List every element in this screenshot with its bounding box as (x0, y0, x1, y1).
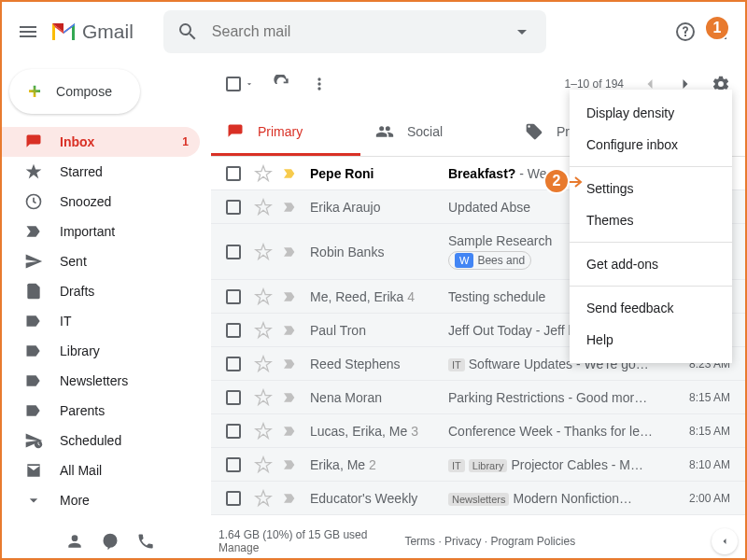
label-icon (24, 312, 43, 330)
compose-label: Compose (56, 84, 112, 99)
inbox-icon (226, 122, 245, 141)
star-icon[interactable] (254, 388, 273, 407)
checkbox[interactable] (226, 491, 241, 506)
sidebar-item-inbox[interactable]: Inbox 1 (2, 127, 200, 157)
people-icon (375, 122, 394, 141)
checkbox[interactable] (226, 390, 241, 405)
sidebar-item-allmail[interactable]: All Mail (2, 455, 200, 485)
email-row[interactable]: Educator's WeeklyNewslettersModern Nonfi… (211, 482, 745, 515)
sent-icon (24, 252, 43, 271)
sidebar-item-scheduled[interactable]: Scheduled (2, 426, 200, 455)
checkbox[interactable] (226, 245, 241, 259)
checkbox-icon (226, 77, 241, 91)
star-icon[interactable] (254, 198, 273, 217)
sidebar-item-more[interactable]: More (2, 485, 200, 515)
settings-menu: Display density Configure inbox Settings… (570, 90, 732, 363)
checkbox[interactable] (226, 200, 241, 215)
checkbox[interactable] (226, 166, 241, 181)
search-icon (176, 21, 199, 43)
menu-display-density[interactable]: Display density (570, 97, 732, 129)
callout-1: 1 (704, 15, 730, 41)
storage-text: 1.64 GB (10%) of 15 GB used (218, 528, 367, 541)
email-row[interactable]: Erika, Me 2ITLibraryProjector Cables - M… (211, 448, 745, 482)
header: Gmail (2, 2, 745, 62)
star-icon[interactable] (254, 422, 273, 441)
menu-themes[interactable]: Themes (570, 204, 732, 236)
sidebar-item-important[interactable]: Important (2, 217, 200, 246)
scheduled-icon (24, 431, 43, 450)
sidebar: + Compose Inbox 1 Starred Snoozed Import… (2, 62, 211, 515)
divider (570, 166, 732, 167)
help-icon[interactable] (674, 21, 697, 43)
search-options-icon[interactable] (511, 21, 533, 43)
important-icon[interactable] (282, 491, 297, 506)
mail-icon (24, 461, 43, 480)
star-icon[interactable] (254, 164, 273, 183)
collapse-button[interactable] (712, 528, 738, 554)
sidebar-item-starred[interactable]: Starred (2, 157, 200, 187)
search-input[interactable] (212, 23, 511, 40)
label-icon (24, 371, 43, 390)
important-icon[interactable] (282, 289, 297, 304)
person-icon[interactable] (65, 532, 84, 551)
compose-button[interactable]: + Compose (9, 69, 140, 114)
star-icon[interactable] (254, 287, 273, 306)
sidebar-item-newsletters[interactable]: Newsletters (2, 366, 200, 396)
checkbox[interactable] (226, 357, 241, 371)
star-icon[interactable] (254, 455, 273, 474)
menu-send-feedback[interactable]: Send feedback (570, 292, 732, 324)
menu-get-addons[interactable]: Get add-ons (570, 248, 732, 280)
hangouts-icon[interactable] (101, 532, 120, 551)
label-icon (24, 401, 43, 420)
sidebar-item-parents[interactable]: Parents (2, 396, 200, 426)
checkbox[interactable] (226, 457, 241, 472)
select-all[interactable] (226, 77, 254, 91)
more-icon[interactable] (310, 75, 329, 93)
important-icon[interactable] (282, 357, 297, 371)
refresh-icon[interactable] (273, 75, 291, 93)
important-icon[interactable] (282, 245, 297, 259)
chevron-left-icon (719, 536, 730, 547)
important-icon[interactable] (282, 424, 297, 439)
checkbox[interactable] (226, 424, 241, 439)
hamburger-icon[interactable] (17, 21, 39, 43)
important-icon[interactable] (282, 323, 297, 338)
menu-settings[interactable]: Settings (570, 173, 732, 204)
star-icon[interactable] (254, 355, 273, 373)
logo[interactable]: Gmail (50, 21, 134, 43)
menu-configure-inbox[interactable]: Configure inbox (570, 129, 732, 161)
plus-icon: + (28, 78, 41, 105)
email-row[interactable]: Lucas, Erika, Me 3Conference Week - Than… (211, 414, 745, 448)
important-icon[interactable] (282, 200, 297, 215)
star-icon[interactable] (254, 489, 273, 508)
manage-link[interactable]: Manage (218, 541, 367, 554)
important-icon[interactable] (282, 390, 297, 405)
menu-help[interactable]: Help (570, 324, 732, 356)
checkbox[interactable] (226, 289, 241, 304)
word-icon: W (455, 253, 473, 268)
email-row[interactable]: Nena MoranParking Restrictions - Good mo… (211, 381, 745, 414)
tab-social[interactable]: Social (360, 106, 510, 156)
checkbox[interactable] (226, 323, 241, 338)
gmail-m-icon (50, 21, 77, 42)
search-bar[interactable] (163, 10, 546, 53)
drafts-icon (24, 282, 43, 301)
divider (570, 242, 732, 243)
star-icon[interactable] (254, 243, 273, 261)
sidebar-item-sent[interactable]: Sent (2, 246, 200, 276)
tab-primary[interactable]: Primary (211, 106, 360, 156)
sidebar-item-it[interactable]: IT (2, 306, 200, 336)
footer-links[interactable]: Terms · Privacy · Program Policies (404, 535, 575, 548)
star-icon[interactable] (254, 321, 273, 340)
sidebar-item-library[interactable]: Library (2, 336, 200, 366)
sidebar-item-snoozed[interactable]: Snoozed (2, 187, 200, 217)
sidebar-item-drafts[interactable]: Drafts (2, 276, 200, 306)
chevron-down-icon (245, 79, 254, 89)
callout-2: 2 (543, 168, 570, 194)
important-icon[interactable] (282, 457, 297, 472)
important-icon[interactable] (282, 166, 297, 181)
phone-icon[interactable] (136, 532, 155, 551)
chevron-down-icon (24, 491, 43, 510)
divider (570, 286, 732, 287)
inbox-icon (24, 133, 43, 151)
